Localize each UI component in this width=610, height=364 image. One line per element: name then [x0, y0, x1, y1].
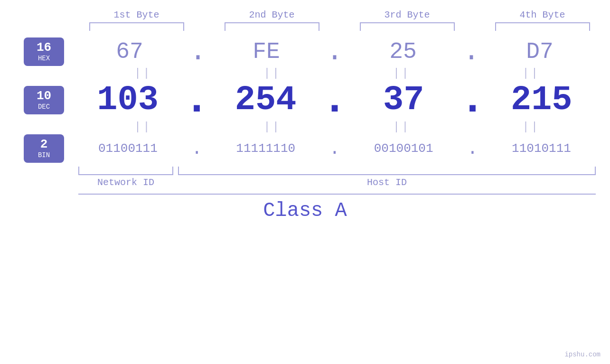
hex-byte2: FE — [219, 39, 314, 65]
bin-byte4: 11010111 — [494, 141, 589, 156]
dec-byte4: 215 — [494, 81, 589, 120]
bracket-byte3 — [360, 22, 455, 31]
hex-byte4: D7 — [492, 39, 587, 65]
hex-dot2: . — [326, 37, 343, 66]
class-line-wrapper — [0, 194, 610, 195]
bracket-byte4 — [495, 22, 590, 31]
dec-byte2: 254 — [218, 81, 313, 120]
byte-headers: 1st Byte 2nd Byte 3rd Byte 4th Byte — [0, 9, 610, 20]
hex-base-label: HEX — [38, 55, 50, 62]
hex-badge: 16 HEX — [24, 37, 64, 66]
dec-badge: 10 DEC — [24, 86, 64, 114]
byte2-label: 2nd Byte — [220, 9, 324, 20]
byte1-label: 1st Byte — [84, 9, 189, 20]
bin-byte1: 01100111 — [80, 141, 175, 156]
watermark: ipshu.com — [564, 351, 601, 358]
bracket-byte1 — [89, 22, 184, 31]
bin-byte3: 00100101 — [356, 141, 451, 156]
bin-base-number: 2 — [40, 138, 48, 150]
bin-byte2: 11111110 — [218, 141, 313, 156]
byte3-label: 3rd Byte — [355, 9, 460, 20]
eq2-byte1: || — [95, 121, 190, 133]
eq1-byte2: || — [225, 67, 320, 80]
dec-row: 10 DEC 103 . 254 . 37 . 215 — [0, 81, 610, 120]
byte4-label: 4th Byte — [490, 9, 595, 20]
class-divider — [78, 194, 596, 195]
hex-dot3: . — [463, 37, 480, 66]
eq2-byte2: || — [225, 121, 320, 133]
dec-values: 103 . 254 . 37 . 215 — [74, 81, 610, 120]
eq2-byte3: || — [354, 121, 449, 133]
host-id-label: Host ID — [178, 177, 596, 188]
dec-dot2: . — [322, 81, 347, 120]
bin-badge: 2 BIN — [24, 134, 64, 163]
bin-values: 01100111 . 11111110 . 00100101 . 1101011… — [74, 139, 610, 159]
dec-dot1: . — [184, 81, 209, 120]
bottom-brackets — [0, 167, 610, 175]
hex-dot1: . — [189, 37, 206, 66]
top-brackets — [0, 22, 610, 31]
hex-byte3: 25 — [356, 39, 450, 65]
dec-byte3: 37 — [356, 81, 451, 120]
equals-row-1: || || || || — [0, 67, 610, 80]
dec-dot3: . — [460, 81, 485, 120]
hex-base-number: 16 — [37, 41, 51, 54]
id-labels-row: Network ID Host ID — [0, 177, 610, 188]
bracket-byte2 — [225, 22, 319, 31]
hex-values: 67 . FE . 25 . D7 — [74, 37, 610, 66]
dec-base-label: DEC — [38, 103, 50, 111]
dec-byte1: 103 — [80, 81, 175, 120]
network-id-label: Network ID — [78, 177, 173, 188]
class-label-row: Class A — [0, 199, 610, 222]
bin-row: 2 BIN 01100111 . 11111110 . 00100101 . 1… — [0, 134, 610, 163]
network-bracket — [78, 167, 173, 175]
dec-base-number: 10 — [37, 90, 51, 102]
class-label: Class A — [263, 199, 347, 222]
eq2-byte4: || — [484, 121, 579, 133]
equals-row-2: || || || || — [0, 121, 610, 133]
bin-base-label: BIN — [38, 151, 50, 159]
bin-dot3: . — [467, 139, 478, 159]
bin-dot1: . — [191, 139, 202, 159]
hex-byte1: 67 — [82, 39, 177, 65]
eq1-byte4: || — [484, 67, 579, 80]
hex-row: 16 HEX 67 . FE . 25 . D7 — [0, 37, 610, 66]
eq1-byte3: || — [354, 67, 449, 80]
bin-dot2: . — [329, 139, 340, 159]
eq1-byte1: || — [95, 67, 190, 80]
host-bracket — [178, 167, 596, 175]
